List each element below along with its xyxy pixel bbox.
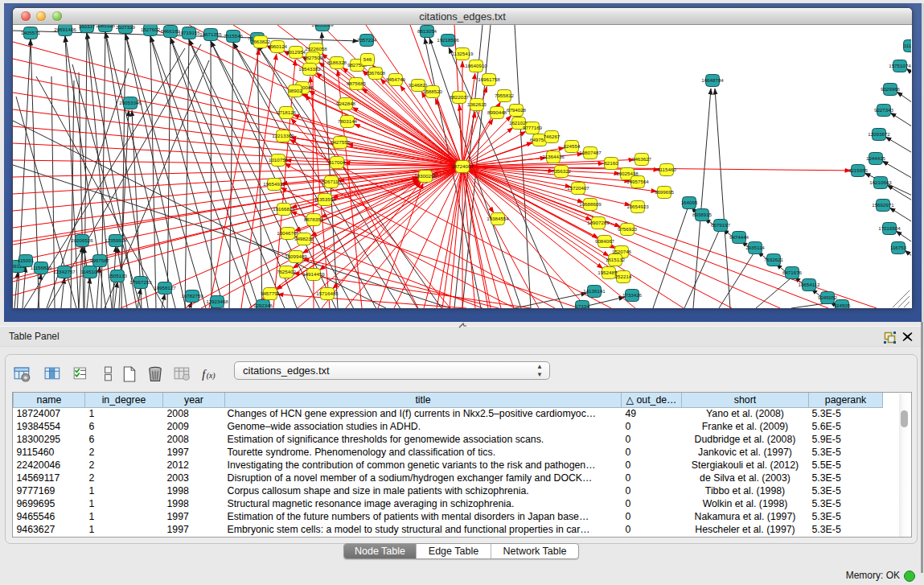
svg-text:14136141: 14136141 [583, 288, 606, 294]
svg-text:20206526: 20206526 [71, 237, 93, 243]
svg-text:1615132: 1615132 [606, 257, 626, 262]
svg-text:62160: 62160 [604, 160, 618, 166]
svg-text:18724007: 18724007 [451, 163, 474, 169]
svg-text:9242848: 9242848 [336, 101, 356, 106]
svg-text:9245052: 9245052 [818, 295, 838, 300]
svg-text:1733426: 1733426 [622, 292, 643, 298]
svg-text:10046766: 10046766 [277, 230, 299, 236]
svg-text:546: 546 [363, 56, 372, 62]
svg-text:1010755: 1010755 [269, 157, 289, 163]
svg-text:9756923: 9756923 [618, 226, 638, 232]
svg-text:8938915: 8938915 [692, 212, 713, 217]
svg-text:14957564: 14957564 [626, 179, 649, 184]
svg-text:1292346: 1292346 [253, 303, 273, 308]
svg-text:1588520: 1588520 [423, 89, 443, 94]
svg-text:9115460: 9115460 [657, 167, 676, 172]
svg-text:1527602: 1527602 [141, 27, 161, 32]
svg-text:18300295: 18300295 [414, 173, 437, 179]
svg-text:115001: 115001 [18, 257, 35, 263]
svg-text:1362615: 1362615 [467, 101, 487, 107]
svg-text:10688609: 10688609 [579, 201, 602, 207]
svg-text:8678354: 8678354 [304, 216, 324, 222]
svg-text:10654923: 10654923 [626, 204, 649, 209]
svg-text:8960124: 8960124 [268, 43, 288, 49]
svg-text:1505133: 1505133 [108, 273, 128, 278]
svg-text:16648784: 16648784 [701, 77, 724, 83]
svg-text:10025438: 10025438 [616, 171, 639, 176]
svg-text:9146821: 9146821 [409, 82, 429, 88]
svg-text:17359924: 17359924 [105, 237, 127, 243]
svg-text:7515546: 7515546 [224, 33, 244, 39]
svg-text:746267: 746267 [544, 134, 561, 139]
svg-text:19218506: 19218506 [437, 37, 459, 43]
svg-text:7625402: 7625402 [277, 269, 297, 274]
svg-text:15716485: 15716485 [316, 290, 339, 296]
svg-text:16099489: 16099489 [285, 253, 307, 259]
svg-text:16961758: 16961758 [478, 76, 500, 82]
svg-text:116753: 116753 [890, 245, 907, 250]
svg-text:12923468: 12923468 [206, 299, 228, 304]
svg-text:16671355: 16671355 [199, 31, 222, 37]
svg-text:624554: 624554 [564, 143, 581, 149]
svg-text:7632621: 7632621 [764, 257, 784, 262]
svg-text:1520746: 1520746 [612, 249, 632, 254]
svg-text:11353594: 11353594 [314, 196, 336, 202]
svg-text:28053346: 28053346 [119, 100, 142, 105]
svg-text:11325419: 11325419 [451, 51, 474, 56]
svg-text:11178: 11178 [904, 43, 911, 48]
svg-text:9827509: 9827509 [303, 55, 323, 60]
svg-text:2107319: 2107319 [116, 25, 136, 30]
svg-text:6679197: 6679197 [711, 222, 731, 228]
svg-text:3215955: 3215955 [848, 167, 869, 173]
svg-text:8471676: 8471676 [782, 270, 803, 275]
svg-text:23226058: 23226058 [305, 46, 327, 51]
svg-text:16210643: 16210643 [869, 179, 892, 185]
svg-text:9699695: 9699695 [655, 189, 675, 195]
svg-text:98902: 98902 [288, 88, 302, 93]
svg-text:8427552: 8427552 [331, 139, 351, 145]
svg-text:8822037: 8822037 [450, 94, 470, 100]
svg-text:17334: 17334 [575, 303, 589, 308]
svg-text:252214: 252214 [615, 274, 632, 279]
svg-text:19654912: 19654912 [263, 181, 285, 187]
svg-text:817004: 817004 [329, 159, 346, 165]
svg-text:15720407: 15720407 [567, 185, 589, 191]
svg-text:12342757: 12342757 [53, 269, 76, 274]
svg-text:9997587: 9997587 [90, 257, 110, 263]
svg-text:1244415: 1244415 [866, 155, 886, 161]
svg-text:12093872: 12093872 [868, 131, 890, 137]
svg-text:8990448: 8990448 [487, 109, 507, 115]
svg-text:20691406: 20691406 [54, 27, 76, 32]
svg-text:9463627: 9463627 [632, 156, 652, 162]
svg-text:7356322: 7356322 [552, 168, 572, 174]
svg-text:21364436: 21364436 [542, 154, 565, 159]
svg-text:8454749: 8454749 [386, 76, 406, 82]
svg-text:7357224: 7357224 [357, 37, 377, 43]
svg-text:10654112: 10654112 [798, 282, 820, 287]
svg-text:8267110: 8267110 [322, 179, 341, 184]
svg-text:14914459: 14914459 [302, 271, 325, 277]
svg-text:2718126: 2718126 [277, 109, 297, 115]
svg-text:9457791: 9457791 [261, 290, 281, 296]
svg-text:15751074: 15751074 [889, 63, 911, 68]
svg-text:10719155: 10719155 [178, 30, 200, 35]
svg-text:8186328: 8186328 [327, 60, 347, 65]
svg-text:9474444: 9474444 [729, 234, 749, 240]
svg-text:12213369: 12213369 [272, 133, 294, 138]
svg-text:2367608: 2367608 [366, 70, 386, 76]
svg-text:10543382: 10543382 [298, 66, 321, 72]
svg-text:16033809: 16033809 [311, 25, 334, 27]
svg-text:17957255: 17957255 [129, 279, 152, 285]
svg-text:160337: 160337 [79, 25, 96, 29]
svg-text:9227343: 9227343 [874, 107, 894, 113]
svg-text:(x): (x) [207, 371, 216, 381]
svg-text:1085328: 1085328 [96, 25, 116, 28]
svg-text:18907269: 18907269 [587, 220, 610, 225]
svg-text:19166825: 19166825 [273, 206, 295, 212]
svg-text:9329966: 9329966 [881, 86, 901, 92]
svg-text:164095: 164095 [681, 200, 698, 205]
svg-text:11156829: 11156829 [31, 265, 52, 270]
svg-text:10807487: 10807487 [579, 150, 602, 155]
svg-text:8875685: 8875685 [347, 80, 367, 86]
svg-text:2935114: 2935114 [745, 245, 765, 250]
